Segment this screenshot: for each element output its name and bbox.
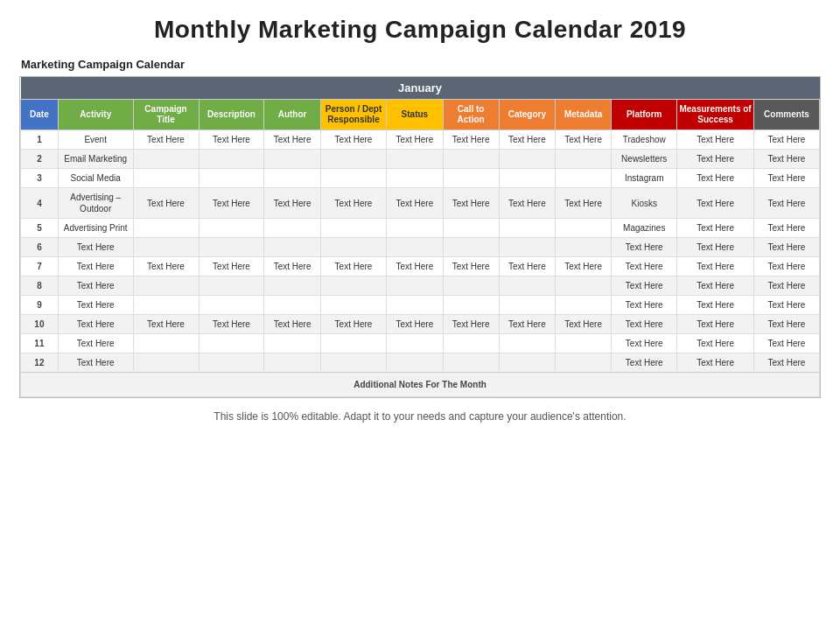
cell-person — [320, 219, 387, 238]
table-row: 6Text HereText HereText HereText Here — [21, 238, 820, 257]
cell-measure: Text Here — [677, 238, 754, 257]
cell-date: 2 — [21, 150, 59, 169]
cell-campaign — [133, 169, 199, 188]
cell-status — [387, 219, 443, 238]
table-row: 12Text HereText HereText HereText Here — [21, 354, 820, 373]
table-row: 11Text HereText HereText HereText Here — [21, 334, 820, 354]
cell-comments: Text Here — [753, 238, 819, 257]
table-row: 3Social MediaInstagramText HereText Here — [21, 169, 820, 188]
footer-text: This slide is 100% editable. Adapt it to… — [214, 410, 626, 423]
cell-campaign: Text Here — [133, 130, 199, 150]
table-row: 2Email MarketingNewslettersText HereText… — [21, 150, 820, 169]
cell-cta — [443, 296, 499, 315]
cell-measure: Text Here — [677, 315, 754, 334]
table-row: 10Text HereText HereText HereText HereTe… — [21, 315, 820, 334]
cell-cta — [443, 219, 499, 238]
cell-activity: Text Here — [58, 238, 133, 257]
cell-metadata — [556, 169, 612, 188]
cell-person — [320, 150, 387, 169]
cell-description — [199, 150, 264, 169]
month-label: January — [21, 77, 820, 100]
th-activity: Activity — [58, 100, 133, 130]
cell-comments: Text Here — [753, 219, 819, 238]
th-status: Status — [387, 100, 443, 130]
cell-date: 6 — [21, 238, 59, 257]
cell-activity: Event — [58, 130, 133, 150]
cell-cta: Text Here — [443, 188, 499, 219]
cell-date: 4 — [21, 188, 59, 219]
cell-person — [320, 276, 387, 296]
cell-author: Text Here — [264, 315, 320, 334]
cell-status: Text Here — [387, 315, 443, 334]
cell-measure: Text Here — [677, 169, 754, 188]
th-platform: Platform — [612, 100, 677, 130]
th-description: Description — [199, 100, 264, 130]
cell-date: 8 — [21, 276, 59, 296]
cell-activity: Text Here — [58, 296, 133, 315]
table-row: 4Advertising – OutdoorText HereText Here… — [21, 188, 820, 219]
cell-person: Text Here — [320, 188, 387, 219]
cell-measure: Text Here — [677, 219, 754, 238]
cell-campaign — [133, 354, 199, 373]
table-row: 9Text HereText HereText HereText Here — [21, 296, 820, 315]
cell-author — [264, 169, 320, 188]
cell-activity: Text Here — [58, 276, 133, 296]
cell-date: 5 — [21, 219, 59, 238]
th-metadata: Metadata — [556, 100, 612, 130]
cell-status: Text Here — [387, 130, 443, 150]
cell-comments: Text Here — [753, 150, 819, 169]
th-author: Author — [264, 100, 320, 130]
page: Monthly Marketing Campaign Calendar 2019… — [0, 0, 840, 630]
cell-description: Text Here — [199, 315, 264, 334]
cell-campaign — [133, 334, 199, 354]
cell-metadata: Text Here — [556, 315, 612, 334]
cell-author — [264, 150, 320, 169]
cell-date: 7 — [21, 257, 59, 276]
cell-date: 10 — [21, 315, 59, 334]
cell-comments: Text Here — [753, 169, 819, 188]
cell-platform: Text Here — [612, 257, 677, 276]
cell-measure: Text Here — [677, 257, 754, 276]
cell-cta — [443, 276, 499, 296]
cell-status — [387, 276, 443, 296]
cell-measure: Text Here — [677, 150, 754, 169]
cell-person — [320, 169, 387, 188]
cell-description — [199, 334, 264, 354]
cell-description: Text Here — [199, 188, 264, 219]
cell-person: Text Here — [320, 257, 387, 276]
cell-comments: Text Here — [753, 315, 819, 334]
cell-category — [499, 219, 555, 238]
cell-metadata — [556, 354, 612, 373]
cell-measure: Text Here — [677, 296, 754, 315]
notes-label: Additional Notes For The Month — [21, 373, 820, 397]
cell-campaign: Text Here — [133, 257, 199, 276]
table-wrap: January Date Activity Campaign Title Des… — [19, 76, 821, 398]
th-measure: Measurements of Success — [677, 100, 754, 130]
cell-platform: Text Here — [612, 354, 677, 373]
cell-comments: Text Here — [753, 334, 819, 354]
cell-date: 9 — [21, 296, 59, 315]
cell-activity: Social Media — [58, 169, 133, 188]
table-row: 1EventText HereText HereText HereText He… — [21, 130, 820, 150]
column-headers-row: Date Activity Campaign Title Description… — [21, 100, 820, 130]
cell-author — [264, 354, 320, 373]
cell-metadata — [556, 334, 612, 354]
cell-description — [199, 296, 264, 315]
cell-description — [199, 354, 264, 373]
table-body: 1EventText HereText HereText HereText He… — [21, 130, 820, 397]
cell-platform: Text Here — [612, 334, 677, 354]
cell-description — [199, 276, 264, 296]
cell-metadata: Text Here — [556, 130, 612, 150]
cell-person — [320, 354, 387, 373]
cell-category: Text Here — [499, 188, 555, 219]
cell-campaign — [133, 238, 199, 257]
cell-campaign — [133, 296, 199, 315]
cell-description: Text Here — [199, 257, 264, 276]
cell-status — [387, 354, 443, 373]
cell-description: Text Here — [199, 130, 264, 150]
cell-status — [387, 150, 443, 169]
cell-platform: Tradeshow — [612, 130, 677, 150]
cell-cta — [443, 150, 499, 169]
cell-category — [499, 150, 555, 169]
cell-activity: Advertising – Outdoor — [58, 188, 133, 219]
